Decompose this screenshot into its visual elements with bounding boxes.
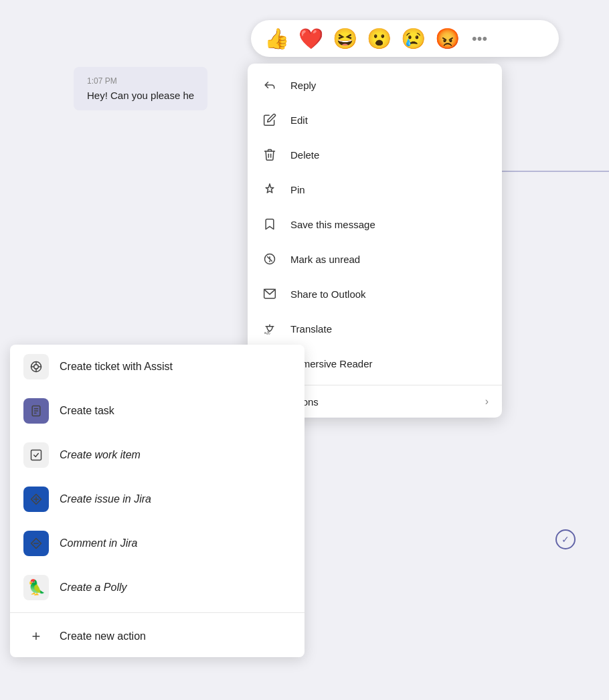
workitem-label: Create work item <box>60 449 141 461</box>
menu-item-jira-issue[interactable]: Create issue in Jira <box>10 477 304 521</box>
emoji-angry[interactable]: 😡 <box>435 27 460 50</box>
menu-item-unread[interactable]: Mark as unread <box>248 242 502 276</box>
assist-label: Create ticket with Assist <box>60 361 173 373</box>
svg-point-9 <box>34 365 39 369</box>
svg-point-1 <box>270 261 270 262</box>
bookmark-icon <box>261 215 278 233</box>
emoji-surprised[interactable]: 😮 <box>367 27 392 50</box>
emoji-heart[interactable]: ❤️ <box>298 27 323 50</box>
menu-item-jira-comment[interactable]: Comment in Jira <box>10 521 304 565</box>
reply-label: Reply <box>290 80 316 91</box>
menu-item-task[interactable]: Create task <box>10 389 304 433</box>
message-text: Hey! Can you please he <box>87 90 194 101</box>
edit-icon <box>261 111 278 128</box>
create-new-action-item[interactable]: + Create new action <box>10 616 304 657</box>
outlook-label: Share to Outlook <box>290 288 366 300</box>
left-apps-menu: Create ticket with Assist Create task Cr… <box>10 345 304 657</box>
save-label: Save this message <box>290 219 375 230</box>
svg-text:aあ: aあ <box>264 331 270 335</box>
menu-item-translate[interactable]: aあ Translate <box>248 311 502 346</box>
emoji-thumbsup[interactable]: 👍 <box>264 27 289 50</box>
task-icon <box>23 398 49 424</box>
mail-icon <box>261 285 278 302</box>
unread-label: Mark as unread <box>290 254 360 265</box>
emoji-sad[interactable]: 😢 <box>401 27 426 50</box>
polly-label: Create a Polly <box>60 582 127 594</box>
left-menu-divider <box>10 612 304 613</box>
check-circle-icon[interactable]: ✓ <box>555 529 576 549</box>
delete-icon <box>261 146 278 163</box>
translate-label: Translate <box>290 323 332 335</box>
task-label: Create task <box>60 405 114 417</box>
polly-icon: 🦜 <box>23 575 49 600</box>
chevron-right-icon: › <box>485 396 489 408</box>
delete-label: Delete <box>290 149 319 161</box>
assist-icon <box>23 354 49 379</box>
message-time: 1:07 PM <box>87 76 194 86</box>
menu-item-pin[interactable]: Pin <box>248 172 502 207</box>
menu-item-edit[interactable]: Edit <box>248 102 502 137</box>
plus-icon: + <box>23 628 49 645</box>
emoji-laugh[interactable]: 😆 <box>333 27 357 50</box>
menu-item-outlook[interactable]: Share to Outlook <box>248 276 502 311</box>
translate-icon: aあ <box>261 320 278 337</box>
menu-item-reply[interactable]: Reply <box>248 68 502 102</box>
menu-item-workitem[interactable]: Create work item <box>10 433 304 477</box>
emoji-more-button[interactable]: ••• <box>472 30 487 48</box>
reply-icon <box>261 76 278 94</box>
pin-label: Pin <box>290 184 305 195</box>
edit-label: Edit <box>290 114 308 126</box>
menu-item-delete[interactable]: Delete <box>248 137 502 172</box>
menu-item-polly[interactable]: 🦜 Create a Polly <box>10 565 304 610</box>
svg-rect-18 <box>31 450 41 460</box>
message-bubble: 1:07 PM Hey! Can you please he <box>74 67 207 110</box>
menu-item-save[interactable]: Save this message <box>248 207 502 242</box>
emoji-bar: 👍 ❤️ 😆 😮 😢 😡 ••• <box>251 20 559 57</box>
jira-issue-label: Create issue in Jira <box>60 493 151 505</box>
jira-comment-label: Comment in Jira <box>60 537 137 549</box>
menu-item-assist[interactable]: Create ticket with Assist <box>10 345 304 389</box>
pin-icon <box>261 181 278 198</box>
context-menu-body: Reply Edit Delete Pin Save this message <box>248 64 502 385</box>
workitem-icon <box>23 442 49 468</box>
jira-issue-icon <box>23 487 49 512</box>
jira-comment-icon <box>23 531 49 556</box>
create-new-action-label: Create new action <box>60 630 146 642</box>
unread-icon <box>261 250 278 268</box>
